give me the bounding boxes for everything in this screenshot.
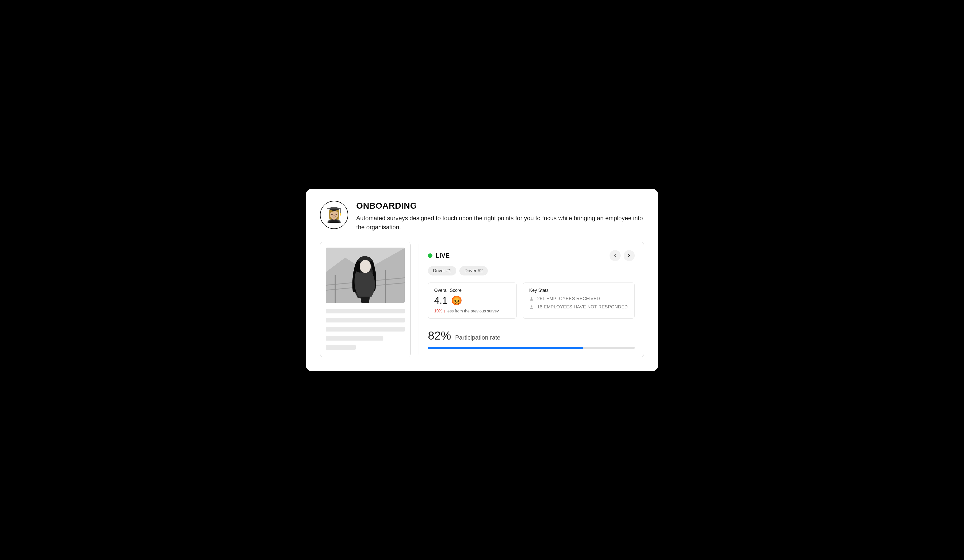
participation-percent: 82%	[428, 329, 451, 342]
chevron-left-icon	[613, 253, 617, 258]
svg-point-6	[360, 260, 371, 273]
skeleton-line	[326, 336, 383, 341]
participation-label: Participation rate	[455, 334, 500, 341]
delta-text: less from the previous survey	[446, 309, 499, 313]
participation-progress-fill	[428, 347, 583, 349]
content-row: LIVE Driver #1 Driver #2 Overall Score	[320, 242, 644, 357]
header-avatar: 👩🏼‍🎓	[320, 201, 348, 229]
overall-score-label: Overall Score	[434, 288, 510, 293]
person-icon	[529, 296, 534, 301]
chip-driver-1[interactable]: Driver #1	[428, 266, 456, 276]
arrow-down-icon: ↓	[443, 309, 446, 313]
chip-driver-2[interactable]: Driver #2	[459, 266, 488, 276]
chevron-right-icon	[627, 253, 631, 258]
survey-card: LIVE Driver #1 Driver #2 Overall Score	[418, 242, 644, 357]
prev-button[interactable]	[609, 250, 620, 261]
participation-section: 82% Participation rate	[428, 329, 635, 349]
page-description: Automated surveys designed to touch upon…	[356, 214, 644, 232]
person-icon	[529, 305, 534, 310]
skeleton-line	[326, 309, 405, 313]
profile-card	[320, 242, 410, 357]
key-stat-not-responded-text: 18 EMPLOYEES HAVE NOT RESPONDED	[537, 304, 628, 310]
stats-row: Overall Score 4.1 😡 10% ↓ less from the …	[428, 282, 635, 319]
graduate-icon: 👩🏼‍🎓	[325, 206, 343, 223]
status-label: LIVE	[435, 252, 450, 259]
nav-buttons	[609, 250, 635, 261]
key-stat-received: 281 EMPLOYEES RECEIVED	[529, 296, 629, 301]
page-title: ONBOARDING	[356, 201, 644, 211]
participation-progress-bar	[428, 347, 635, 349]
dashboard-card: 👩🏼‍🎓 ONBOARDING Automated surveys design…	[306, 189, 658, 371]
score-delta: 10% ↓ less from the previous survey	[434, 309, 510, 313]
key-stats-card: Key Stats 281 EMPLOYEES RECEIVED 18 EMPL…	[523, 282, 635, 319]
score-value: 4.1	[434, 295, 448, 306]
delta-percent: 10%	[434, 309, 442, 313]
key-stat-not-responded: 18 EMPLOYEES HAVE NOT RESPONDED	[529, 304, 629, 310]
key-stats-label: Key Stats	[529, 288, 629, 293]
angry-face-icon: 😡	[451, 295, 462, 306]
skeleton-line	[326, 327, 405, 331]
skeleton-line	[326, 318, 405, 323]
participation-header: 82% Participation rate	[428, 329, 635, 342]
key-stat-received-text: 281 EMPLOYEES RECEIVED	[537, 296, 600, 301]
next-button[interactable]	[624, 250, 635, 261]
header: 👩🏼‍🎓 ONBOARDING Automated surveys design…	[320, 201, 644, 232]
skeleton-line	[326, 345, 356, 350]
status-indicator: LIVE	[428, 252, 450, 259]
status-dot-icon	[428, 253, 432, 258]
profile-photo	[326, 248, 405, 303]
driver-chips: Driver #1 Driver #2	[428, 266, 635, 276]
score-row: 4.1 😡	[434, 295, 510, 306]
overall-score-card: Overall Score 4.1 😡 10% ↓ less from the …	[428, 282, 517, 319]
header-text: ONBOARDING Automated surveys designed to…	[356, 201, 644, 232]
survey-header: LIVE	[428, 250, 635, 261]
